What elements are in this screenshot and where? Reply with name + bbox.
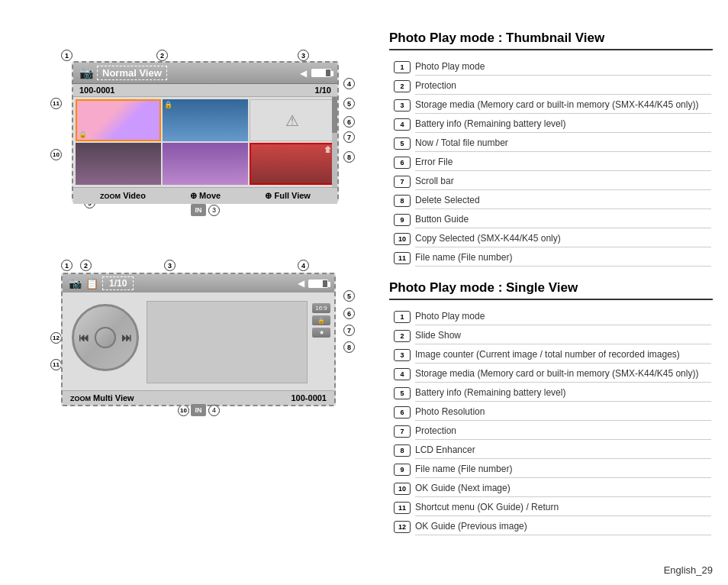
item-text: File name (File number) [415,249,711,267]
page: 1 2 3 4 5 6 7 8 9 10 11 [0,0,728,585]
item-text: Photo Play mode [415,308,711,325]
ann-6: 6 [343,116,355,128]
single-item-row: 11 Shortcut menu (OK Guide) / Return [391,499,711,516]
left-panel: 1 2 3 4 5 6 7 8 9 10 11 [15,15,366,570]
item-text: OK Guide (Next image) [415,480,711,497]
thumbnail-item-row: 2 Protection [391,77,711,95]
single-section: Photo Play mode : Single View 1 Photo Pl… [389,280,713,537]
camera-icon: 📷 [79,66,94,80]
multi-camera-icon: 📷 [69,277,82,289]
item-text: Delete Selected [415,192,711,209]
item-text: Error File [415,154,711,171]
storage-indicator-top: IN 3 [191,204,220,216]
nav-wheel: ⏮ ⏭ [72,304,139,371]
nav-prev-icon: ⏮ [79,331,89,344]
ann-5: 5 [343,98,355,109]
single-item-row: 7 Protection [391,422,711,440]
screen-title-group: 📷 Normal View [79,66,167,80]
item-number: 1 [394,61,411,73]
single-item-row: 9 File name (File number) [391,461,711,478]
thumbnail-grid: 🔒 🔒 ⚠ 🗑 [73,97,337,187]
item-number: 7 [394,425,411,438]
item-number: 8 [394,195,411,207]
thumbnail-diagram: 1 2 3 4 5 6 7 8 9 10 11 [38,38,366,218]
item-number: 2 [394,330,411,342]
ann-m5: 5 [343,290,355,302]
ann-3: 3 [298,50,309,61]
ann-m8: 8 [343,341,355,353]
item-number: 5 [394,137,411,150]
nav-center-button [95,327,116,348]
item-number: 1 [394,311,411,323]
ann-m3: 3 [164,260,176,271]
ann-7: 7 [343,131,355,143]
single-item-row: 4 Storage media (Memory card or built-in… [391,365,711,383]
ann-m4: 4 [298,260,309,271]
item-number: 10 [394,483,411,495]
screen-header: 📷 Normal View ◀ [73,63,337,84]
page-counter: 1/10 [315,86,331,95]
single-item-list: 1 Photo Play mode 2 Slide Show 3 Image c… [389,306,713,537]
thumb-2: 🔒 [163,99,248,141]
battery-icon [311,69,331,77]
thumb-5 [163,143,248,185]
multi-header-right: ◀ [298,278,328,289]
item-text: LCD Enhancer [415,441,711,459]
thumbnail-item-row: 6 Error File [391,154,711,171]
thumbnail-item-row: 9 Button Guide [391,211,711,228]
item-text: Slide Show [415,327,711,344]
multi-header-left: 📷 📋 1/10 [69,276,134,290]
item-text: Photo Resolution [415,403,711,421]
item-number: 9 [394,464,411,476]
nav-circle-area: ⏮ ⏭ [69,301,141,373]
multi-arrow-icon: ◀ [298,278,304,289]
ann-m12: 12 [50,332,62,344]
thumb-1: 🔒 [76,99,161,141]
thumbnail-screen: 📷 Normal View ◀ 100-0001 1/10 [72,61,339,202]
item-number: 11 [394,502,411,514]
item-number: 10 [394,233,411,245]
item-number: 11 [394,252,411,264]
thumbnail-item-row: 8 Delete Selected [391,192,711,209]
thumbnail-item-list: 1 Photo Play mode 2 Protection 3 Storage… [389,57,713,268]
thumbnail-item-row: 11 File name (File number) [391,249,711,267]
ann-4: 4 [343,78,355,89]
single-item-row: 5 Battery info (Remaining battery level) [391,384,711,402]
item-text: OK Guide (Previous image) [415,518,711,535]
item-number: 3 [394,349,411,361]
ann-2: 2 [156,50,168,61]
main-image-area [147,301,308,383]
thumbnail-item-row: 7 Scroll bar [391,173,711,190]
item-text: Battery info (Remaining battery level) [415,384,711,402]
thumbnail-item-row: 4 Battery info (Remaining battery level) [391,115,711,133]
thumbnail-section: Photo Play mode : Thumbnail View 1 Photo… [389,31,713,268]
item-text: Storage media (Memory card or built-in m… [415,96,711,114]
item-number: 6 [394,157,411,169]
right-icons: 16:9 🔒 ★ [312,303,330,338]
single-item-row: 2 Slide Show [391,327,711,344]
ann-8: 8 [343,151,355,163]
item-text: Protection [415,422,711,440]
single-item-row: 6 Photo Resolution [391,403,711,421]
item-number: 8 [394,444,411,457]
item-number: 2 [394,80,411,92]
page-footer: English_29 [664,564,713,576]
nav-next-icon: ⏭ [121,331,132,344]
single-item-row: 8 LCD Enhancer [391,441,711,459]
thumbnail-section-title: Photo Play mode : Thumbnail View [389,31,713,50]
subheader: 100-0001 1/10 [73,84,337,97]
item-number: 3 [394,99,411,112]
item-text: Now / Total file number [415,134,711,152]
ann-m10: 10 [178,405,189,416]
screen-footer: ZOOM Video ⊕ Move ⊕ Full View [73,187,337,204]
single-section-title: Photo Play mode : Single View [389,280,713,300]
thumb-3-error: ⚠ [250,99,335,141]
ann-m6: 6 [343,308,355,319]
item-text: Battery info (Remaining battery level) [415,115,711,133]
ann-1: 1 [61,50,72,61]
multi-counter: 1/10 [102,276,134,290]
item-text: File name (File number) [415,461,711,478]
item-text: Protection [415,77,711,95]
ann-11: 11 [50,98,62,109]
item-number: 12 [394,521,411,533]
